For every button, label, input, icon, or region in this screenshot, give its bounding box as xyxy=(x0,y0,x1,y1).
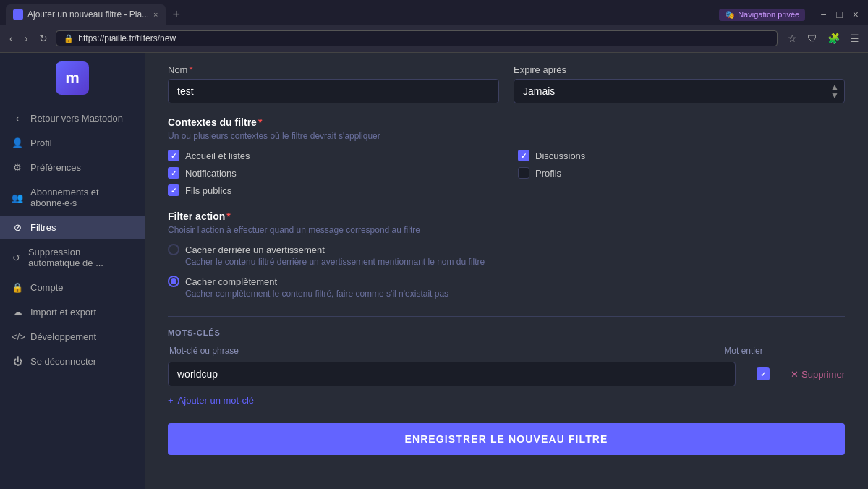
refresh-button[interactable]: ↻ xyxy=(35,31,51,46)
sidebar-item-filtres[interactable]: ⊘ Filtres xyxy=(0,216,145,239)
tab-title: Ajouter un nouveau filtre - Pia... xyxy=(27,9,149,20)
active-tab[interactable]: Ajouter un nouveau filtre - Pia... × xyxy=(6,4,166,25)
nav-right-icons: ☆ 🛡 🧩 ☰ xyxy=(785,31,862,46)
radio-label-avertissement[interactable]: Cacher derrière un avertissement xyxy=(168,244,845,255)
checkbox-profils-box xyxy=(518,167,529,179)
checkbox-notifications-box: ✓ xyxy=(168,167,179,179)
sidebar-logo: m xyxy=(0,53,145,101)
keywords-section: MOTS-CLÉS Mot-clé ou phrase Mot entier ✓… xyxy=(168,328,845,409)
filter-action-section: Filter action* Choisir l'action à effect… xyxy=(168,211,845,299)
sidebar-item-import[interactable]: ☁ Import et export xyxy=(0,300,145,324)
auto-delete-icon: ↺ xyxy=(12,252,21,263)
sidebar-back-label: Retour vers Mastodon xyxy=(30,113,123,124)
kw-whole-check-0: ✓ xyxy=(760,370,766,378)
back-button[interactable]: ‹ xyxy=(6,31,17,46)
radio-circle-avertissement xyxy=(168,244,179,255)
gear-icon: ⚙ xyxy=(12,162,23,173)
checkbox-accueil[interactable]: ✓ Accueil et listes xyxy=(168,150,495,161)
checkbox-fils[interactable]: ✓ Fils publics xyxy=(168,184,495,196)
contextes-subtitle: Un ou plusieurs contextes où le filtre d… xyxy=(168,131,845,141)
user-icon: 👤 xyxy=(12,137,23,148)
checkbox-discussions-label: Discussions xyxy=(535,150,585,161)
radio-text-completement: Cacher complètement xyxy=(185,276,277,287)
field-nom: Nom* xyxy=(168,64,499,103)
checkbox-fils-label: Fils publics xyxy=(185,185,231,196)
tab-close-button[interactable]: × xyxy=(153,10,158,19)
checkbox-accueil-label: Accueil et listes xyxy=(185,150,250,161)
nom-input[interactable] xyxy=(168,79,499,103)
code-icon: </> xyxy=(12,331,23,342)
close-button[interactable]: × xyxy=(849,7,862,22)
sidebar-item-profil[interactable]: 👤 Profil xyxy=(0,131,145,155)
kw-header-whole: Mot entier xyxy=(707,346,780,356)
sidebar-item-deconnexion[interactable]: ⏻ Se déconnecter xyxy=(0,349,145,373)
sidebar-item-compte[interactable]: 🔒 Compte xyxy=(0,276,145,299)
extensions-button[interactable]: 🧩 xyxy=(825,31,843,46)
people-icon: 👥 xyxy=(12,192,23,203)
star-button[interactable]: ☆ xyxy=(785,31,800,46)
add-keyword-label: Ajouter un mot-clé xyxy=(178,395,255,406)
kw-delete-label-0: Supprimer xyxy=(801,369,845,380)
cloud-icon: ☁ xyxy=(12,307,23,318)
radio-label-completement[interactable]: Cacher complètement xyxy=(168,276,845,287)
sidebar-item-abonnements[interactable]: 👥 Abonnements et abonné·e·s xyxy=(0,180,145,215)
menu-button[interactable]: ☰ xyxy=(847,31,862,46)
expire-select[interactable]: Jamais 30 minutes 1 heure 6 heures 12 he… xyxy=(514,79,845,103)
kw-delete-0[interactable]: ✕ Supprimer xyxy=(791,369,845,380)
sidebar-label-deconnexion: Se déconnecter xyxy=(30,356,96,367)
nom-label: Nom* xyxy=(168,64,499,75)
forward-button[interactable]: › xyxy=(21,31,32,46)
back-arrow-icon: ‹ xyxy=(12,113,23,124)
lock-icon: 🔒 xyxy=(12,282,23,293)
kw-whole-checkbox-0[interactable]: ✓ xyxy=(741,367,785,380)
save-button[interactable]: ENREGISTRER LE NOUVEAU FILTRE xyxy=(168,423,845,455)
radio-text-avertissement: Cacher derrière un avertissement xyxy=(185,244,325,255)
filter-action-subtitle: Choisir l'action à effectuer quand un me… xyxy=(168,225,845,235)
keywords-header: Mot-clé ou phrase Mot entier xyxy=(168,346,845,356)
logout-icon: ⏻ xyxy=(12,356,23,367)
app-logo: m xyxy=(56,61,89,95)
sidebar-item-developpement[interactable]: </> Développement xyxy=(0,325,145,349)
sidebar-item-suppression[interactable]: ↺ Suppression automatique de ... xyxy=(0,240,145,275)
radio-item-completement: Cacher complètement Cacher complètement … xyxy=(168,276,845,299)
radio-circle-completement xyxy=(168,276,179,287)
sidebar-label-profil: Profil xyxy=(30,137,52,148)
checkbox-profils[interactable]: Profils xyxy=(518,167,845,179)
add-keyword-plus-icon: + xyxy=(168,395,174,406)
filter-action-title: Filter action* xyxy=(168,211,845,222)
checkbox-accueil-box: ✓ xyxy=(168,150,179,161)
contextes-title: Contextes du filtre* xyxy=(168,116,845,128)
keywords-title: MOTS-CLÉS xyxy=(168,328,845,337)
main-layout: m ‹ Retour vers Mastodon 👤 Profil ⚙ Préf… xyxy=(0,53,868,489)
shield-button[interactable]: 🛡 xyxy=(804,31,820,46)
radio-group: Cacher derrière un avertissement Cacher … xyxy=(168,244,845,299)
browser-chrome: Ajouter un nouveau filtre - Pia... × + 🎭… xyxy=(0,0,868,53)
sidebar-label-preferences: Préférences xyxy=(30,162,81,173)
sidebar-label-abonnements: Abonnements et abonné·e·s xyxy=(30,187,133,208)
checkbox-notifications-label: Notifications xyxy=(185,168,237,179)
sidebar-label-developpement: Développement xyxy=(30,331,96,342)
url-display: https://piaille.fr/filters/new xyxy=(78,33,176,43)
keyword-input-0[interactable] xyxy=(168,362,736,386)
expire-label: Expire après xyxy=(514,64,845,75)
minimize-button[interactable]: − xyxy=(817,7,830,22)
add-keyword-button[interactable]: + Ajouter un mot-clé xyxy=(168,392,845,409)
kw-whole-cb-box-0: ✓ xyxy=(757,367,770,380)
sidebar-item-preferences[interactable]: ⚙ Préférences xyxy=(0,156,145,179)
checkbox-discussions[interactable]: ✓ Discussions xyxy=(518,150,845,161)
keyword-row-0: ✓ ✕ Supprimer xyxy=(168,362,845,386)
private-icon: 🎭 xyxy=(725,10,735,20)
new-tab-button[interactable]: + xyxy=(169,7,185,22)
checkbox-fils-box: ✓ xyxy=(168,184,179,196)
lock-icon: 🔒 xyxy=(64,34,74,43)
sidebar-label-compte: Compte xyxy=(30,282,64,293)
sidebar: m ‹ Retour vers Mastodon 👤 Profil ⚙ Préf… xyxy=(0,53,145,489)
address-bar[interactable]: 🔒 https://piaille.fr/filters/new xyxy=(56,30,778,46)
form-row-nom-expire: Nom* Expire après Jamais 30 minutes 1 he… xyxy=(168,64,845,103)
checkbox-notifications[interactable]: ✓ Notifications xyxy=(168,167,495,179)
checkbox-profils-label: Profils xyxy=(535,168,561,179)
sidebar-back[interactable]: ‹ Retour vers Mastodon xyxy=(0,106,145,130)
window-controls: − □ × xyxy=(817,7,862,22)
main-content: Nom* Expire après Jamais 30 minutes 1 he… xyxy=(145,53,868,489)
maximize-button[interactable]: □ xyxy=(833,7,846,22)
